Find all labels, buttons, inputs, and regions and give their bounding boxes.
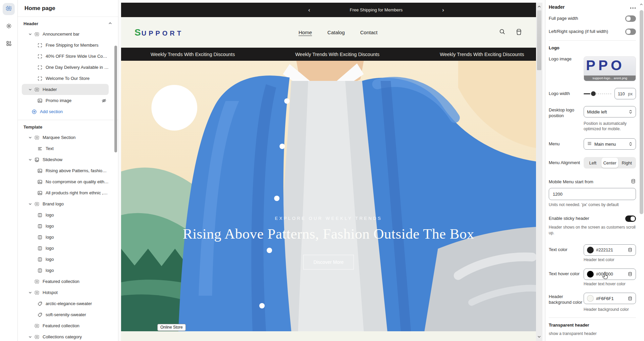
color-swatch — [587, 247, 594, 253]
eye-slash-icon[interactable] — [101, 98, 107, 103]
dynamic-source-icon[interactable] — [628, 296, 633, 301]
column-icon — [37, 268, 43, 273]
tree-item[interactable]: 40% OFF Store Wide Use Code ... — [22, 51, 109, 62]
tree-item[interactable]: Header — [22, 84, 109, 95]
dynamic-source-icon[interactable] — [628, 272, 633, 277]
store-logo[interactable]: S UPPORT — [135, 27, 183, 38]
tree-item-label: All products right from ethnic , a... — [46, 190, 109, 195]
tree-item[interactable]: logo — [22, 209, 109, 221]
section-icon — [34, 135, 40, 140]
tree-item[interactable]: soft-serenity-sweater — [22, 309, 109, 320]
search-icon[interactable] — [499, 28, 506, 37]
account-bag-icon[interactable] — [515, 28, 523, 37]
tree-item-label: arctic-elegance-sweater — [46, 301, 92, 306]
text-hover-color-field[interactable]: #000000 — [584, 269, 636, 280]
logo-position-select[interactable]: Middle left — [584, 106, 636, 117]
section-tree: Header Announcement barFree Shipping for… — [18, 17, 118, 341]
discover-more-button[interactable]: Discover More — [303, 255, 354, 270]
hero-slideshow[interactable]: EXPLORE OUR WEEKLY TRENDS Rising Above P… — [121, 61, 536, 331]
sections-tab-button[interactable] — [3, 3, 15, 15]
preview-scrollbar-thumb[interactable] — [537, 10, 541, 70]
announcement-bar[interactable]: ‹ Free Shipping for Members › — [121, 3, 536, 17]
text-hover-color-label: Text hover color — [549, 271, 584, 277]
tree-item[interactable]: Welcome To Our Store — [22, 73, 109, 84]
tree-item-label: Collections category — [43, 334, 82, 339]
tree-item[interactable]: logo — [22, 265, 109, 276]
tree-item[interactable]: Marquee Section — [22, 132, 109, 143]
menu-align-option-left[interactable]: Left — [584, 158, 601, 168]
tree-item[interactable]: Brand logo — [22, 198, 109, 209]
tree-item[interactable]: logo — [22, 243, 109, 254]
text-color-help: Header text color — [584, 257, 636, 262]
tree-item-label: One Day Delivery Available in US — [46, 65, 109, 70]
tree-item[interactable]: arctic-elegance-sweater — [22, 298, 109, 309]
full-page-width-toggle[interactable] — [625, 15, 636, 22]
logo-width-slider[interactable] — [584, 91, 612, 96]
tree-item[interactable]: Slideshow — [22, 154, 109, 165]
header-bg-color-help: Header background color — [584, 307, 636, 312]
text-color-field[interactable]: #222121 — [584, 244, 636, 256]
preview-scrollbar[interactable] — [536, 3, 542, 341]
main-menu: HomeCatalogContact — [299, 30, 377, 35]
tree-item[interactable]: Featured collection — [22, 320, 109, 331]
panel-scrollbar-thumb[interactable] — [640, 10, 643, 214]
more-options-icon[interactable] — [630, 4, 636, 10]
header-bg-color-field[interactable]: #F6F6F1 — [584, 293, 636, 304]
tree-item[interactable]: No compromise on quality eithe... — [22, 176, 109, 187]
hero-illustration — [121, 61, 536, 331]
tree-item[interactable]: logo — [22, 254, 109, 265]
tree-item[interactable]: Announcement bar — [22, 29, 109, 40]
logo-position-help: Position is automatically optimized for … — [584, 121, 637, 132]
tree-item[interactable]: Rising above Patterns, fashion o... — [22, 165, 109, 176]
tree-item[interactable]: Free Shipping for Members — [22, 40, 109, 51]
section-icon — [34, 323, 40, 329]
panel-scroll-up-icon[interactable] — [640, 1, 643, 7]
scroll-up-icon[interactable] — [536, 4, 542, 10]
next-section-strip — [121, 331, 536, 341]
announcement-prev-icon[interactable]: ‹ — [308, 7, 310, 13]
menu-align-option-right[interactable]: Right — [618, 158, 635, 168]
marquee-text: Weekly Trends With Exciting Discounts — [295, 52, 379, 57]
tree-item[interactable]: logo — [22, 221, 109, 232]
tree-item[interactable]: Featured collection — [22, 276, 109, 287]
left-icon-rail — [0, 0, 18, 341]
mobile-menu-input[interactable]: 1200 — [549, 188, 636, 200]
dynamic-source-icon[interactable] — [631, 179, 636, 185]
tree-item[interactable]: Collections category — [22, 331, 109, 341]
dynamic-source-icon[interactable] — [628, 247, 633, 252]
tree-scrollbar[interactable] — [114, 46, 117, 152]
announcement-next-icon[interactable]: › — [442, 7, 444, 13]
tree-item-label: Welcome To Our Store — [46, 76, 90, 81]
collapse-chevron-icon[interactable] — [108, 21, 112, 26]
add-section-button[interactable]: Add section — [22, 106, 109, 117]
slider-handle[interactable] — [591, 91, 596, 96]
scroll-down-icon[interactable] — [536, 334, 542, 340]
app-embeds-button[interactable] — [3, 38, 15, 50]
plus-circle-icon — [32, 109, 37, 114]
tree-item-label: Promo image — [46, 98, 71, 103]
divider — [549, 318, 636, 318]
nav-link-home[interactable]: Home — [299, 30, 312, 35]
menu-align-option-center[interactable]: Center — [601, 158, 619, 168]
tree-item[interactable]: Hotspot — [22, 287, 109, 298]
tree-item[interactable]: All products right from ethnic , a... — [22, 187, 109, 198]
nav-link-contact[interactable]: Contact — [360, 30, 378, 35]
logo-image-thumbnail[interactable]: PPO support-logo... arent.png — [584, 56, 636, 81]
tree-item[interactable]: Text — [22, 143, 109, 154]
chevron-down-icon — [29, 202, 32, 206]
tree-item[interactable]: One Day Delivery Available in US — [22, 62, 109, 73]
nav-link-catalog[interactable]: Catalog — [327, 30, 345, 35]
store-header[interactable]: S UPPORT HomeCatalogContact — [121, 17, 536, 48]
sticky-header-toggle[interactable] — [625, 215, 636, 222]
tree-item[interactable]: logo — [22, 232, 109, 243]
tree-item[interactable]: Promo image — [22, 95, 109, 106]
tree-item-label: logo — [46, 212, 54, 217]
theme-settings-button[interactable] — [3, 20, 15, 33]
logo-width-input[interactable]: 110 px — [614, 88, 636, 99]
chevron-down-icon — [29, 88, 32, 91]
lr-spacing-toggle[interactable] — [625, 29, 636, 35]
section-icon — [34, 201, 40, 207]
menu-select[interactable]: Main menu — [584, 138, 636, 150]
text-color-label: Text color — [549, 247, 584, 253]
tree-item-label: Add section — [40, 109, 63, 114]
